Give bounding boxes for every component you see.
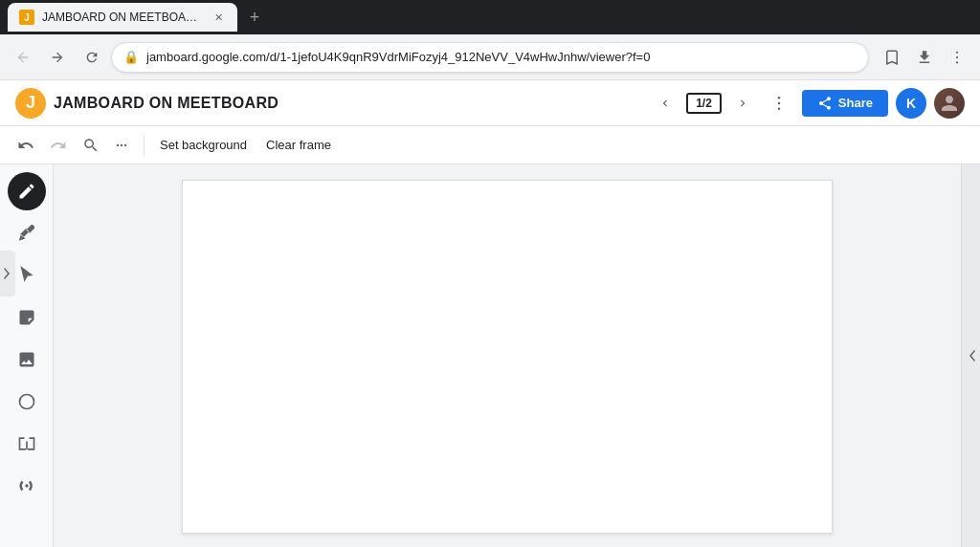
pen-tool-button[interactable] [8, 172, 46, 210]
share-button[interactable]: Share [802, 90, 888, 117]
browser-tab[interactable]: J JAMBOARD ON MEETBOAR... ✕ [8, 3, 237, 32]
svg-point-1 [956, 55, 958, 57]
title-bar: J JAMBOARD ON MEETBOAR... ✕ + [0, 0, 980, 34]
tab-favicon: J [19, 10, 34, 25]
marker-tool-button[interactable] [8, 214, 46, 252]
svg-point-2 [956, 61, 958, 63]
shape-tool-button[interactable] [8, 383, 46, 421]
sticky-note-tool-button[interactable] [8, 298, 46, 337]
forward-button[interactable] [42, 42, 73, 73]
laser-tool-button[interactable] [8, 467, 46, 505]
zoom-more-button[interactable] [107, 131, 136, 160]
svg-point-3 [778, 96, 781, 98]
canvas-area[interactable] [54, 164, 961, 547]
svg-point-5 [778, 107, 781, 110]
image-tool-button[interactable] [8, 340, 46, 379]
tab-title: JAMBOARD ON MEETBOAR... [42, 11, 203, 24]
app-more-button[interactable] [764, 88, 794, 119]
browser-toolbar-icons [877, 42, 972, 73]
svg-point-8 [124, 143, 126, 145]
app-header: J JAMBOARD ON MEETBOARD 1/2 Share K [0, 80, 980, 126]
svg-point-7 [121, 143, 122, 145]
main-area [0, 164, 980, 547]
app-logo: J [15, 88, 46, 119]
edit-toolbar: Set background Clear frame [0, 126, 980, 164]
user-photo-avatar[interactable] [934, 88, 965, 119]
app-title: JAMBOARD ON MEETBOARD [54, 95, 278, 112]
svg-point-0 [956, 51, 958, 53]
browser-menu-button[interactable] [942, 42, 972, 73]
next-page-button[interactable] [729, 90, 756, 117]
svg-point-4 [778, 101, 781, 104]
redo-button[interactable] [44, 131, 73, 160]
zoom-controls [77, 131, 136, 160]
right-panel-toggle[interactable] [961, 164, 980, 547]
toolbar-divider [144, 136, 145, 155]
text-frame-tool-button[interactable] [8, 425, 46, 463]
back-button[interactable] [8, 42, 38, 73]
pagination-controls: 1/2 [652, 90, 756, 117]
left-toolbar [0, 164, 54, 547]
user-k-avatar[interactable]: K [896, 88, 926, 119]
reload-button[interactable] [77, 42, 107, 73]
set-background-button[interactable]: Set background [152, 134, 255, 156]
prev-page-button[interactable] [652, 90, 679, 117]
download-button[interactable] [909, 42, 940, 73]
clear-frame-button[interactable]: Clear frame [258, 134, 339, 156]
bookmark-button[interactable] [877, 42, 907, 73]
address-bar-row: 🔒 jamboard.google.com/d/1-1jefoU4K9qnR9V… [0, 34, 980, 80]
address-box[interactable]: 🔒 jamboard.google.com/d/1-1jefoU4K9qnR9V… [111, 42, 869, 73]
svg-point-6 [117, 143, 119, 145]
undo-button[interactable] [11, 131, 40, 160]
page-indicator: 1/2 [686, 93, 722, 114]
svg-point-9 [19, 395, 33, 409]
share-label: Share [838, 96, 873, 110]
tab-close-button[interactable]: ✕ [211, 10, 226, 25]
lock-icon: 🔒 [123, 50, 139, 64]
select-tool-button[interactable] [8, 256, 46, 295]
jam-canvas[interactable] [182, 180, 833, 534]
new-tab-button[interactable]: + [241, 4, 268, 31]
url-text: jamboard.google.com/d/1-1jefoU4K9qnR9Vdr… [146, 50, 857, 64]
zoom-button[interactable] [77, 131, 105, 160]
